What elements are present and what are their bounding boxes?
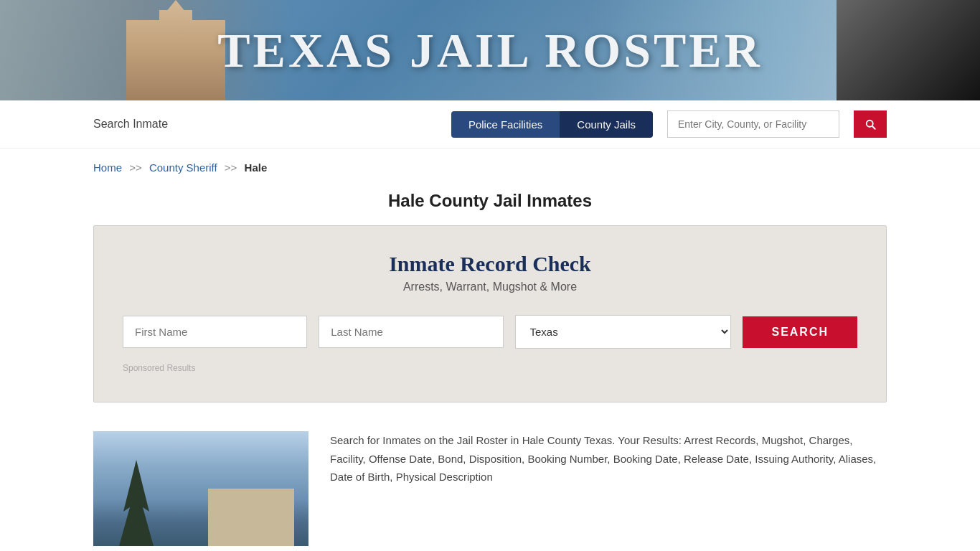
nav-bar: Search Inmate Police Facilities County J… — [0, 100, 980, 149]
breadcrumb: Home >> County Sheriff >> Hale — [0, 149, 980, 181]
bottom-section: Search for Inmates on the Jail Roster in… — [0, 424, 980, 551]
nav-buttons: Police Facilities County Jails — [451, 111, 653, 138]
breadcrumb-current: Hale — [245, 161, 268, 174]
state-select[interactable]: AlabamaAlaskaArizonaArkansasCaliforniaCo… — [515, 315, 732, 349]
record-check-title: Inmate Record Check — [123, 252, 857, 276]
facility-search-button[interactable] — [854, 110, 887, 138]
breadcrumb-sep1: >> — [129, 161, 142, 174]
building-decoration — [208, 489, 294, 546]
site-title: Texas Jail Roster — [217, 22, 763, 79]
last-name-input[interactable] — [319, 316, 503, 348]
search-icon — [864, 118, 877, 131]
breadcrumb-sep2: >> — [225, 161, 237, 174]
breadcrumb-home[interactable]: Home — [93, 161, 122, 174]
police-facilities-button[interactable]: Police Facilities — [451, 111, 560, 138]
record-check-box: Inmate Record Check Arrests, Warrant, Mu… — [93, 225, 887, 402]
record-check-form: AlabamaAlaskaArizonaArkansasCaliforniaCo… — [123, 315, 857, 349]
bottom-description: Search for Inmates on the Jail Roster in… — [330, 431, 887, 486]
keys-image — [837, 0, 980, 100]
county-image — [93, 431, 308, 546]
page-title: Hale County Jail Inmates — [0, 181, 980, 225]
jail-image — [837, 0, 980, 100]
tree-decoration — [115, 460, 158, 546]
record-search-button[interactable]: SEARCH — [743, 316, 857, 348]
search-inmate-label: Search Inmate — [93, 118, 437, 131]
county-jails-button[interactable]: County Jails — [560, 111, 653, 138]
sponsored-results-label: Sponsored Results — [123, 363, 857, 373]
breadcrumb-county-sheriff[interactable]: County Sheriff — [149, 161, 217, 174]
header-banner: Texas Jail Roster — [0, 0, 980, 100]
facility-search-input[interactable] — [667, 110, 839, 138]
first-name-input[interactable] — [123, 316, 307, 348]
record-check-subtitle: Arrests, Warrant, Mugshot & More — [123, 281, 857, 293]
